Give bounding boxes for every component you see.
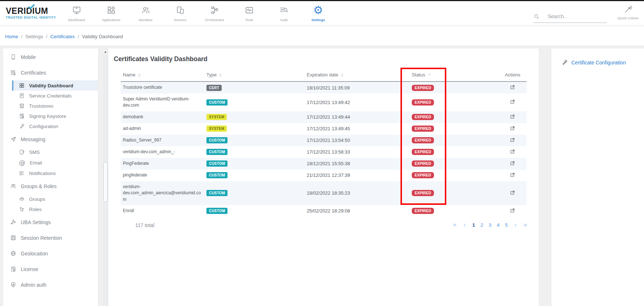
breadcrumb-item-settings: Settings	[25, 34, 43, 39]
page-number-1[interactable]: 1	[472, 222, 475, 228]
page-number-4[interactable]: 4	[497, 222, 500, 228]
certificate-type-cell: CUSTOM	[204, 181, 302, 205]
breadcrumb-item-certificates[interactable]: Certificates	[50, 34, 75, 39]
expiration-date: 17/12/2021 13:54:50	[302, 135, 408, 146]
status-badge: EXPIRED	[412, 126, 434, 132]
nav-item-audit[interactable]: Audit	[266, 5, 301, 22]
group-icon	[19, 196, 25, 202]
sort-icon	[138, 73, 141, 77]
expiration-date: 21/12/2021 12:37:39	[302, 170, 408, 181]
tools-icon	[245, 5, 254, 15]
sidebar-item-session-retention[interactable]: Session Retention	[3, 230, 98, 246]
column-header-name[interactable]: Name	[121, 69, 204, 82]
actions-cell	[499, 82, 527, 94]
sidebar-item-admin-auth[interactable]: Admin auth	[3, 277, 98, 293]
certificates-table: NameTypeExpiration dateStatusActions Tru…	[121, 69, 527, 217]
sidebar-item-sms[interactable]: SMS	[3, 147, 98, 157]
nav-item-devices[interactable]: Devices	[163, 5, 197, 22]
nav-item-tools[interactable]: Tools	[232, 5, 266, 22]
certificate-name: Super Admin VeridiumID veridium-dev.com	[121, 94, 204, 111]
page-number-5[interactable]: 5	[505, 222, 508, 228]
column-header-type[interactable]: Type	[204, 69, 302, 82]
sidebar-item-groups[interactable]: Groups	[3, 194, 98, 204]
nav-item-applications[interactable]: Applications	[94, 5, 128, 22]
column-header-actions: Actions	[499, 69, 527, 82]
table-row: veridium-dev.com_admin_-CUSTOM17/12/2021…	[121, 146, 527, 158]
sidebar-item-roles[interactable]: Roles	[3, 204, 98, 214]
sidebar-item-label: Truststores	[29, 103, 53, 109]
expiration-date: 25/02/2022 18:29:08	[302, 205, 408, 217]
open-certificate-icon[interactable]	[510, 114, 515, 119]
search-input[interactable]	[548, 13, 602, 19]
nav-item-dashboard[interactable]: Dashboard	[59, 5, 94, 22]
sidebar-item-mobile[interactable]: Mobile	[3, 49, 98, 65]
nav-item-orchestrator[interactable]: Orchestrator	[197, 5, 232, 22]
nav-item-label: Dashboard	[68, 18, 85, 22]
sidebar-item-label: Mobile	[21, 54, 36, 60]
sort-ascending-icon	[427, 73, 431, 77]
certificate-name: demobank	[121, 111, 204, 123]
status-badge: EXPIRED	[412, 160, 434, 167]
sidebar-item-label: SMS	[29, 150, 40, 155]
sidebar-item-label: Validity Dashboard	[29, 83, 73, 88]
sidebar-item-certificates[interactable]: Certificates	[3, 65, 98, 80]
open-certificate-icon[interactable]	[510, 99, 515, 104]
first-page-button[interactable]	[453, 223, 457, 227]
status-cell: EXPIRED	[408, 146, 499, 158]
certificate-name: pingfederate	[121, 170, 204, 181]
column-header-status[interactable]: Status	[408, 69, 499, 82]
sidebar-item-service-credentials[interactable]: Service Credentials	[3, 91, 98, 101]
main-content-card: Certificates Validity Dashboard NameType…	[108, 48, 539, 306]
sidebar-item-configuration[interactable]: Configuration	[3, 121, 98, 131]
sidebar-item-validity-dashboard[interactable]: Validity Dashboard	[12, 80, 98, 91]
sidebar-item-geolocation[interactable]: Geolocation	[3, 246, 98, 261]
sidebar-item-label: Service Credentials	[29, 93, 72, 99]
sidebar-item-notifications[interactable]: Notifications	[3, 168, 98, 178]
sidebar-item-signing-keystore[interactable]: Signing Keystore	[3, 111, 98, 121]
page-number-3[interactable]: 3	[488, 222, 491, 228]
sidebar-item-truststores[interactable]: Truststores	[3, 101, 98, 111]
breadcrumb-bar: Home/Settings/Certificates/Validity Dash…	[0, 26, 644, 46]
scrollbar-thumb[interactable]	[103, 162, 108, 202]
open-certificate-icon[interactable]	[510, 149, 515, 154]
certificate-type-cell: CUSTOM	[204, 158, 302, 170]
table-row: veridium-dev.com_admin_aencica@veridiumi…	[121, 181, 527, 205]
quick-actions-button[interactable]: Quick Actions	[613, 5, 643, 20]
sidebar-item-messaging[interactable]: Messaging	[3, 131, 98, 147]
open-certificate-icon[interactable]	[510, 190, 515, 195]
open-certificate-icon[interactable]	[510, 84, 515, 90]
sidebar-item-groups-roles[interactable]: Groups & Roles	[3, 178, 98, 194]
next-page-button[interactable]	[513, 223, 517, 227]
column-header-expiration-date[interactable]: Expiration date	[302, 69, 408, 82]
sidebar-item-uba-settings[interactable]: UBA Settings	[3, 214, 98, 230]
actions-cell	[499, 94, 527, 111]
nav-item-settings[interactable]: ⚙Settings	[301, 5, 335, 22]
nav-item-identities[interactable]: Identities	[128, 5, 163, 22]
page-number-2[interactable]: 2	[480, 222, 483, 228]
open-certificate-icon[interactable]	[510, 137, 515, 143]
sidebar-item-email[interactable]: @Email	[3, 157, 98, 168]
last-page-button[interactable]	[523, 223, 527, 227]
open-certificate-icon[interactable]	[510, 160, 515, 166]
open-certificate-icon[interactable]	[510, 126, 515, 131]
certificate-configuration-link[interactable]: Certificate Configuration	[562, 59, 644, 65]
breadcrumb-separator: /	[46, 34, 48, 39]
hierarchy-icon	[19, 206, 25, 212]
status-badge: EXPIRED	[412, 99, 434, 106]
sms-icon	[19, 149, 25, 155]
status-cell: EXPIRED	[408, 170, 499, 181]
open-certificate-icon[interactable]	[510, 172, 515, 178]
nav-item-label: Tools	[245, 18, 253, 22]
table-row: PingFederateCUSTOM18/12/2021 15:55:38EXP…	[121, 158, 527, 170]
table-footer: 117 total 12345	[121, 222, 527, 228]
scroll-up-arrow[interactable]: ▲	[102, 49, 108, 55]
nav-item-label: Identities	[138, 18, 152, 22]
magic-wand-icon	[624, 5, 632, 14]
breadcrumb-item-home[interactable]: Home	[5, 34, 18, 39]
previous-page-button[interactable]	[463, 223, 467, 227]
certificate-type-cell: SYSTEM	[204, 111, 302, 123]
open-certificate-icon[interactable]	[510, 208, 515, 213]
actions-cell	[499, 135, 527, 146]
table-row: demobankSYSTEM17/12/2021 13:49:44EXPIRED	[121, 111, 527, 123]
sidebar-item-license[interactable]: License	[3, 261, 98, 277]
